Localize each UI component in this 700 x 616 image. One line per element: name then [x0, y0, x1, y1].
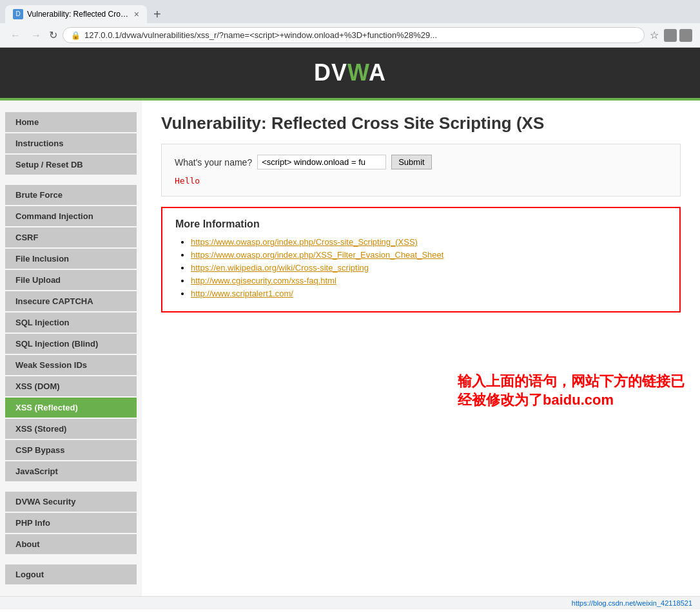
more-info-link-2[interactable]: https://www.owasp.org/index.php/XSS_Filt… [191, 250, 443, 260]
more-info-title: More Information [175, 218, 666, 230]
site-logo: DVWA [314, 59, 386, 86]
tab-title: Vulnerability: Reflected Cross S... [27, 10, 130, 19]
sidebar-item-instructions[interactable]: Instructions [5, 133, 137, 153]
sidebar-item-command-injection[interactable]: Command Injection [5, 206, 137, 226]
sidebar-item-php-info[interactable]: PHP Info [5, 513, 137, 533]
sidebar-item-file-upload[interactable]: File Upload [5, 270, 137, 290]
annotation-line-1: 输入上面的语句，网站下方的链接已 [458, 372, 685, 391]
active-tab[interactable]: D Vulnerability: Reflected Cross S... × [5, 5, 147, 23]
content-wrapper: What's your name? Submit Hello 输入上面的语句，网… [161, 144, 681, 313]
extension-icon-2[interactable] [679, 29, 692, 42]
new-tab-button[interactable]: + [150, 7, 165, 22]
list-item: https://www.owasp.org/index.php/XSS_Filt… [191, 249, 666, 260]
main-content: Vulnerability: Reflected Cross Site Scri… [142, 101, 700, 596]
list-item: http://www.cgisecurity.com/xss-faq.html [191, 275, 666, 285]
sidebar-item-xss-reflected[interactable]: XSS (Reflected) [5, 398, 137, 418]
sidebar-item-setup[interactable]: Setup / Reset DB [5, 155, 137, 175]
sidebar: Home Instructions Setup / Reset DB Brute… [0, 101, 142, 596]
list-item: https://www.owasp.org/index.php/Cross-si… [191, 236, 666, 247]
sidebar-item-csrf[interactable]: CSRF [5, 227, 137, 247]
list-item: http://www.scriptalert1.com/ [191, 288, 666, 298]
tab-bar: D Vulnerability: Reflected Cross S... × … [0, 0, 700, 23]
name-input[interactable] [257, 155, 386, 169]
page-wrapper: DVWA Home Instructions Setup / Reset DB … [0, 48, 700, 610]
form-row: What's your name? Submit [175, 155, 667, 169]
lock-icon: 🔒 [71, 31, 81, 40]
sidebar-item-sql-injection[interactable]: SQL Injection [5, 313, 137, 332]
reload-button[interactable]: ↻ [49, 29, 57, 41]
sidebar-separator-3 [0, 555, 142, 563]
annotation-line-2: 经被修改为了baidu.com [458, 391, 685, 410]
url-bar[interactable]: 🔒 127.0.0.1/dvwa/vulnerabilities/xss_r/?… [63, 27, 645, 43]
sidebar-item-sql-injection-blind[interactable]: SQL Injection (Blind) [5, 334, 137, 354]
sidebar-item-logout[interactable]: Logout [5, 564, 137, 584]
sidebar-item-dvwa-security[interactable]: DVWA Security [5, 492, 137, 512]
hello-output: Hello [175, 176, 667, 186]
sidebar-separator-1 [0, 176, 142, 184]
more-info-link-5[interactable]: http://www.scriptalert1.com/ [191, 289, 293, 298]
sidebar-item-csp-bypass[interactable]: CSP Bypass [5, 440, 137, 460]
tab-favicon: D [13, 9, 23, 19]
url-text: 127.0.0.1/dvwa/vulnerabilities/xss_r/?na… [84, 30, 636, 40]
form-section: What's your name? Submit Hello [161, 144, 681, 197]
sidebar-item-about[interactable]: About [5, 534, 137, 554]
address-bar: ← → ↻ 🔒 127.0.0.1/dvwa/vulnerabilities/x… [0, 23, 700, 47]
annotation-overlay: 输入上面的语句，网站下方的链接已 经被修改为了baidu.com [458, 372, 685, 409]
sidebar-item-weak-session-ids[interactable]: Weak Session IDs [5, 355, 137, 375]
sidebar-item-insecure-captcha[interactable]: Insecure CAPTCHA [5, 291, 137, 311]
site-header: DVWA [0, 48, 700, 101]
sidebar-separator-2 [0, 483, 142, 490]
footer-bar: https://blog.csdn.net/weixin_42118521 [0, 596, 700, 610]
list-item: https://en.wikipedia.org/wiki/Cross-site… [191, 262, 666, 273]
footer-watermark: https://blog.csdn.net/weixin_42118521 [572, 599, 692, 607]
more-info-link-3[interactable]: https://en.wikipedia.org/wiki/Cross-site… [191, 263, 369, 273]
sidebar-item-javascript[interactable]: JavaScript [5, 461, 137, 481]
sidebar-item-file-inclusion[interactable]: File Inclusion [5, 249, 137, 269]
sidebar-item-xss-stored[interactable]: XSS (Stored) [5, 419, 137, 439]
sidebar-item-brute-force[interactable]: Brute Force [5, 185, 137, 205]
main-area: Home Instructions Setup / Reset DB Brute… [0, 101, 700, 596]
more-info-link-1[interactable]: https://www.owasp.org/index.php/Cross-si… [191, 237, 418, 247]
browser-chrome: D Vulnerability: Reflected Cross S... × … [0, 0, 700, 48]
more-info-links: https://www.owasp.org/index.php/Cross-si… [175, 236, 666, 298]
page-title: Vulnerability: Reflected Cross Site Scri… [161, 113, 681, 133]
sidebar-item-xss-dom[interactable]: XSS (DOM) [5, 376, 137, 396]
more-info-box: More Information https://www.owasp.org/i… [161, 207, 681, 313]
extension-icons [664, 29, 692, 42]
extension-icon-1[interactable] [664, 29, 677, 42]
submit-button[interactable]: Submit [391, 155, 431, 169]
bookmark-button[interactable]: ☆ [650, 29, 659, 41]
forward-button[interactable]: → [28, 28, 44, 43]
more-info-link-4[interactable]: http://www.cgisecurity.com/xss-faq.html [191, 276, 336, 285]
name-label: What's your name? [175, 157, 252, 168]
tab-close-button[interactable]: × [134, 10, 139, 19]
back-button[interactable]: ← [8, 28, 23, 43]
sidebar-item-home[interactable]: Home [5, 112, 137, 132]
